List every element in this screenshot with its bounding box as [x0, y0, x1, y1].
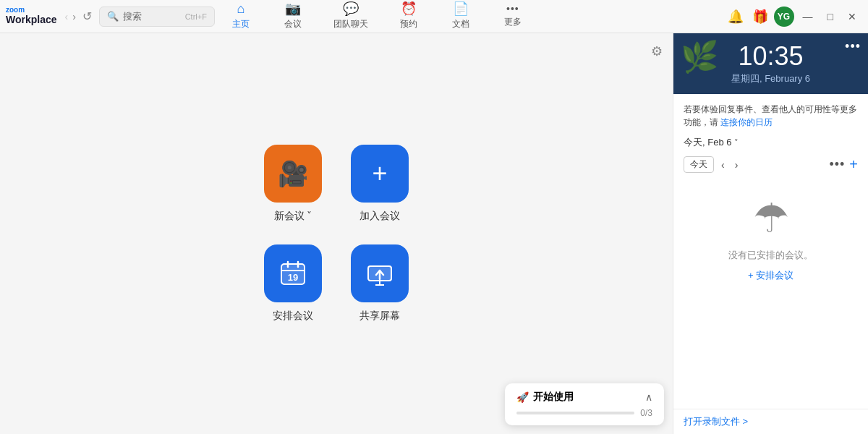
search-box[interactable]: 🔍 搜索 Ctrl+F	[99, 7, 215, 27]
getting-started-title: 🚀 开始使用	[516, 391, 574, 404]
share-screen-label: 共享屏幕	[359, 310, 400, 323]
share-screen-item: 共享屏幕	[351, 244, 409, 323]
back-button[interactable]: ‹	[63, 8, 71, 25]
tab-home-label: 主页	[232, 18, 250, 30]
progress-row: 0/3	[516, 408, 652, 418]
schedule-meeting-label: 安排会议	[273, 310, 313, 323]
main-content: ⚙ 🎥 新会议 ˅ + 加入会议	[0, 33, 868, 434]
calendar-more-button[interactable]: •••	[829, 157, 845, 172]
more-icon: •••	[506, 3, 519, 14]
rocket-icon: 🚀	[516, 391, 529, 403]
progress-text: 0/3	[640, 408, 652, 418]
forward-button[interactable]: ›	[70, 8, 78, 25]
schedule-meeting-link[interactable]: + 安排会议	[748, 269, 793, 282]
maximize-button[interactable]: □	[822, 8, 839, 25]
plus-icon: +	[372, 161, 387, 187]
tab-schedule-label: 预约	[400, 18, 417, 30]
close-button[interactable]: ✕	[842, 8, 862, 25]
getting-started-bar: 🚀 开始使用 ∧ 0/3	[505, 383, 664, 425]
nav-tabs: ⌂ 主页 📷 会议 💬 团队聊天 ⏰ 预约 📄 文档 ••• 更多	[215, 0, 719, 35]
calendar-icon: 19	[278, 259, 307, 288]
settings-gear-button[interactable]: ⚙	[651, 43, 663, 59]
tab-more[interactable]: ••• 更多	[487, 0, 539, 35]
minimize-button[interactable]: —	[797, 8, 819, 25]
workplace-label: Workplace	[6, 14, 57, 26]
join-meeting-button[interactable]: +	[351, 145, 409, 203]
avatar-button[interactable]: YG	[774, 7, 794, 27]
window-controls: 🔔 🎁 YG — □ ✕	[719, 6, 868, 27]
today-row[interactable]: 今天, Feb 6 ˅	[684, 136, 858, 149]
logo: zoom Workplace	[6, 7, 57, 26]
getting-started-header: 🚀 开始使用 ∧	[516, 391, 652, 404]
leaf-decoration: 🌿	[681, 39, 718, 75]
video-icon: 📷	[285, 1, 301, 17]
schedule-meeting-button[interactable]: 19	[264, 244, 322, 302]
calendar-menu-button[interactable]: •••	[845, 39, 861, 54]
history-button[interactable]: ↺	[78, 7, 96, 26]
right-panel: ••• 🌿 10:35 星期四, February 6 若要体验回复事件、查看他…	[673, 33, 868, 434]
no-meetings-text: 没有已安排的会议。	[728, 249, 813, 262]
date-display: 星期四, February 6	[731, 72, 810, 85]
share-screen-button[interactable]	[351, 244, 409, 302]
calendar-body: 若要体验回复事件、查看他人的可用性等更多功能，请 连接你的日历 今天, Feb …	[673, 94, 868, 409]
calendar-today-button[interactable]: 今天	[684, 156, 714, 173]
clock-icon: ⏰	[401, 1, 417, 17]
new-meeting-item: 🎥 新会议 ˅	[264, 145, 322, 223]
search-icon: 🔍	[107, 11, 119, 22]
share-screen-icon	[365, 259, 394, 288]
tab-schedule[interactable]: ⏰ 预约	[383, 0, 435, 35]
chat-icon: 💬	[343, 1, 359, 17]
doc-icon: 📄	[453, 1, 469, 17]
getting-started-chevron[interactable]: ∧	[645, 391, 652, 403]
connect-calendar-text: 若要体验回复事件、查看他人的可用性等更多功能，请 连接你的日历	[684, 103, 858, 129]
search-shortcut: Ctrl+F	[185, 12, 207, 21]
action-grid: 🎥 新会议 ˅ + 加入会议	[264, 145, 409, 323]
home-icon: ⌂	[237, 1, 244, 17]
new-meeting-label: 新会议 ˅	[274, 210, 312, 223]
calendar-nav-row: 今天 ‹ › ••• +	[684, 156, 858, 173]
left-panel: ⚙ 🎥 新会议 ˅ + 加入会议	[0, 33, 673, 434]
tab-meeting-label: 会议	[284, 18, 302, 30]
calendar-add-button[interactable]: +	[849, 156, 858, 173]
calendar-next-button[interactable]: ›	[732, 158, 741, 172]
tab-team-chat-label: 团队聊天	[333, 18, 368, 30]
join-meeting-item: + 加入会议	[351, 145, 409, 223]
tab-docs[interactable]: 📄 文档	[435, 0, 487, 35]
zoom-logo: zoom	[6, 7, 25, 14]
gift-button[interactable]: 🎁	[749, 6, 771, 27]
join-meeting-label: 加入会议	[359, 210, 400, 223]
open-recording-link[interactable]: 打开录制文件 >	[673, 409, 868, 434]
tab-more-label: 更多	[504, 16, 522, 28]
calendar-header: ••• 🌿 10:35 星期四, February 6	[673, 33, 868, 94]
connect-calendar-link[interactable]: 连接你的日历	[720, 117, 773, 127]
progress-bar-track	[516, 412, 634, 414]
search-placeholder: 搜索	[123, 10, 181, 23]
svg-text:19: 19	[288, 272, 298, 283]
titlebar: zoom Workplace ‹ › ↺ 🔍 搜索 Ctrl+F ⌂ 主页 📷 …	[0, 0, 868, 33]
today-chevron: ˅	[734, 138, 739, 148]
tab-home[interactable]: ⌂ 主页	[215, 0, 267, 35]
camera-icon: 🎥	[278, 159, 308, 188]
new-meeting-button[interactable]: 🎥	[264, 145, 322, 203]
tab-docs-label: 文档	[452, 18, 469, 30]
calendar-prev-button[interactable]: ‹	[718, 158, 728, 172]
umbrella-illustration: ☂	[753, 195, 789, 242]
notification-button[interactable]: 🔔	[725, 6, 746, 27]
tab-team-chat[interactable]: 💬 团队聊天	[319, 0, 383, 35]
today-label: 今天, Feb 6	[684, 136, 731, 149]
tab-meeting[interactable]: 📷 会议	[267, 0, 319, 35]
clock-display: 10:35	[738, 43, 803, 69]
no-meetings-state: ☂ 没有已安排的会议。 + 安排会议	[684, 180, 858, 297]
schedule-meeting-item: 19 安排会议	[264, 244, 322, 323]
